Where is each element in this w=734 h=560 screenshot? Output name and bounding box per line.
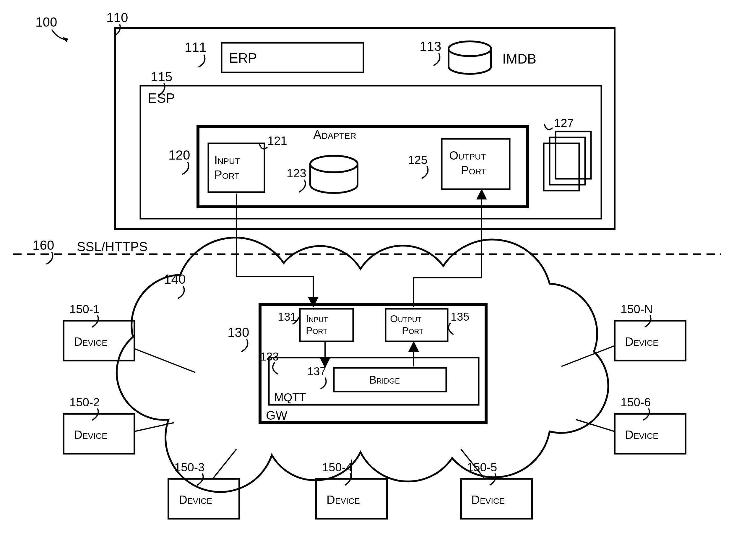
esp-box bbox=[140, 86, 601, 219]
ref-100-text: 100 bbox=[35, 15, 57, 29]
ref-150-6: 150-6 bbox=[621, 396, 651, 409]
device-2-label: Device bbox=[74, 428, 107, 441]
ref-137: 137 bbox=[307, 365, 326, 389]
gw-output-l2: Port bbox=[402, 325, 423, 336]
ref-140-text: 140 bbox=[164, 272, 186, 286]
ref-131: 131 bbox=[278, 311, 300, 324]
ref-111-text: 111 bbox=[185, 40, 206, 54]
cloud bbox=[117, 238, 608, 492]
svg-line-6 bbox=[134, 349, 195, 372]
device-n: Device 150-N bbox=[561, 303, 686, 366]
device-3: Device 150-3 bbox=[168, 449, 239, 519]
ref-115-text: 115 bbox=[151, 69, 172, 84]
ref-130: 130 bbox=[228, 325, 249, 352]
device-n-label: Device bbox=[625, 335, 658, 348]
container-110 bbox=[115, 28, 615, 229]
svg-line-10 bbox=[213, 449, 236, 479]
ref-140: 140 bbox=[164, 272, 186, 298]
esp-input-l1: Input bbox=[214, 153, 240, 166]
ref-111: 111 bbox=[185, 40, 206, 67]
svg-line-18 bbox=[561, 346, 615, 366]
ref-150-n: 150-N bbox=[621, 303, 653, 316]
ref-123: 123 bbox=[287, 167, 306, 192]
device-6-label: Device bbox=[625, 428, 658, 441]
imdb-cylinder bbox=[449, 41, 491, 74]
svg-line-8 bbox=[134, 423, 174, 431]
ref-113: 113 bbox=[420, 39, 441, 66]
ref-160: 160 bbox=[33, 238, 54, 264]
device-1: Device 150-1 bbox=[64, 303, 195, 372]
ref-110-text: 110 bbox=[106, 10, 128, 25]
bridge-label: Bridge bbox=[369, 374, 400, 386]
output-stack bbox=[544, 132, 591, 191]
ref-137-text: 137 bbox=[307, 365, 326, 378]
ref-127-text: 127 bbox=[554, 116, 574, 129]
esp-output-l1: Output bbox=[449, 149, 486, 162]
device-1-label: Device bbox=[74, 335, 107, 348]
adapter-label: Adapter bbox=[313, 128, 356, 142]
svg-line-16 bbox=[576, 420, 615, 431]
ref-125-text: 125 bbox=[408, 153, 428, 166]
gw-output-l1: Output bbox=[390, 313, 422, 324]
svg-point-1 bbox=[310, 156, 358, 172]
ref-120-text: 120 bbox=[168, 148, 190, 162]
ref-160-text: 160 bbox=[33, 238, 54, 252]
gw-input-l1: Input bbox=[306, 313, 328, 324]
ref-131-text: 131 bbox=[278, 311, 296, 323]
device-5: Device 150-5 bbox=[461, 449, 532, 519]
diagram-canvas: 100 110 ERP 111 IMDB 113 ESP 115 Adapter… bbox=[0, 0, 734, 560]
device-4-label: Device bbox=[327, 493, 360, 506]
esp-input-port bbox=[208, 143, 264, 192]
device-4: Device 150-4 bbox=[316, 460, 387, 519]
ref-123-text: 123 bbox=[287, 167, 306, 180]
ref-125: 125 bbox=[408, 153, 428, 178]
ref-120: 120 bbox=[168, 148, 190, 174]
ref-121-text: 121 bbox=[267, 134, 287, 147]
ref-135: 135 bbox=[449, 311, 469, 335]
esp-output-l2: Port bbox=[461, 164, 486, 177]
ref-133-text: 133 bbox=[260, 350, 279, 363]
ref-135-text: 135 bbox=[451, 311, 469, 323]
ref-130-text: 130 bbox=[228, 325, 249, 340]
ref-150-4: 150-4 bbox=[322, 461, 352, 474]
gw-label: GW bbox=[266, 408, 288, 422]
erp-label: ERP bbox=[229, 50, 257, 66]
mqtt-label: MQTT bbox=[274, 391, 306, 404]
device-6: Device 150-6 bbox=[576, 396, 686, 454]
svg-point-0 bbox=[449, 41, 491, 56]
ref-113-text: 113 bbox=[420, 39, 441, 53]
ref-150-1: 150-1 bbox=[69, 303, 100, 316]
gw-input-l2: Port bbox=[306, 325, 327, 336]
ref-110: 110 bbox=[106, 10, 128, 36]
ref-100: 100 bbox=[35, 15, 68, 42]
ref-150-2: 150-2 bbox=[69, 396, 100, 409]
imdb-label: IMDB bbox=[502, 51, 536, 66]
adapter-cylinder bbox=[310, 156, 358, 193]
device-2: Device 150-2 bbox=[64, 396, 174, 454]
ssl-label: SSL/HTTPS bbox=[77, 239, 148, 254]
device-5-label: Device bbox=[471, 493, 505, 506]
device-3-label: Device bbox=[179, 493, 212, 506]
ref-121: 121 bbox=[259, 134, 287, 149]
ref-150-3: 150-3 bbox=[174, 461, 204, 474]
ref-127: 127 bbox=[544, 116, 574, 130]
esp-input-l2: Port bbox=[214, 168, 239, 181]
